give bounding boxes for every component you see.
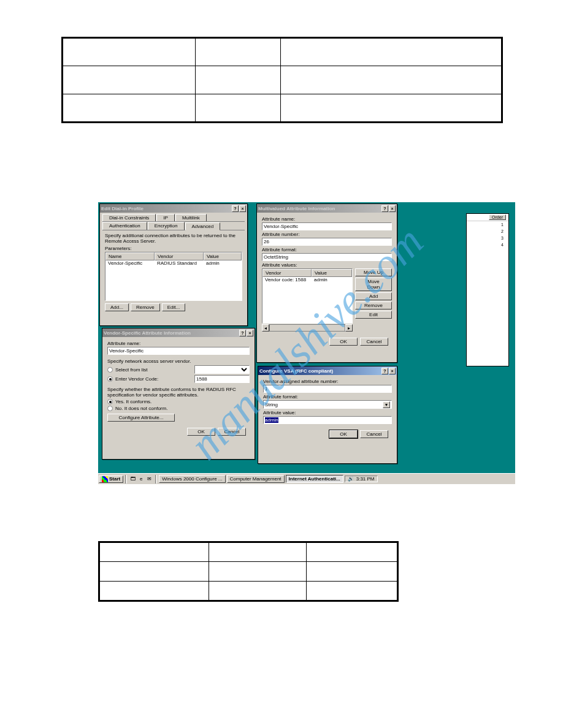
attr-format-label: Attribute format:: [262, 247, 392, 252]
vendor-assigned-number-input[interactable]: [263, 385, 392, 393]
vendor-list-select[interactable]: [194, 365, 250, 374]
titlebar[interactable]: Vendor-Specific Attribute Information ? …: [102, 328, 255, 337]
edit-button[interactable]: Edit: [355, 311, 392, 319]
ie-icon[interactable]: e: [137, 476, 145, 483]
conform-label: Specify whether the attribute conforms t…: [107, 387, 250, 398]
attribute-format-select[interactable]: String ▾: [263, 400, 392, 409]
outlook-icon[interactable]: ✉: [145, 476, 153, 483]
col-name[interactable]: Name: [105, 252, 155, 260]
attr-name-field: [262, 222, 392, 230]
tab-dialin-constraints[interactable]: Dial-in Constraints: [102, 214, 156, 221]
order-value: 4: [472, 241, 504, 248]
tab-ip[interactable]: IP: [156, 214, 175, 221]
parameters-label: Parameters:: [105, 246, 242, 251]
table-upper: [61, 37, 503, 123]
attr-number-label: Attribute number:: [262, 232, 392, 237]
remove-button[interactable]: Remove: [355, 301, 392, 309]
table-row[interactable]: Vendor-Specific RADIUS Standard admin: [105, 260, 242, 266]
col-value[interactable]: Value: [204, 252, 242, 260]
tab-advanced[interactable]: Advanced: [185, 222, 221, 230]
attr-number-field: [262, 238, 392, 246]
ok-button[interactable]: OK: [187, 428, 215, 436]
vendor-code-input[interactable]: [194, 375, 250, 383]
chevron-down-icon[interactable]: ▾: [383, 401, 390, 408]
help-icon[interactable]: ?: [232, 205, 239, 212]
titlebar[interactable]: Edit Dial-in Profile ? ×: [100, 204, 247, 213]
help-icon[interactable]: ?: [381, 205, 388, 212]
radio-enter-vendor-code[interactable]: Enter Vendor Code:: [107, 375, 250, 383]
help-icon[interactable]: ?: [381, 368, 388, 374]
tabs-row1: Dial-in Constraints IP Multilink: [102, 214, 245, 222]
add-button[interactable]: Add...: [105, 303, 129, 311]
radio-select-from-list[interactable]: Select from list: [107, 365, 250, 374]
table-lower: [98, 541, 399, 602]
window-title: Edit Dial-in Profile: [101, 206, 144, 211]
task-button[interactable]: Windows 2000 Configure ...: [159, 475, 225, 483]
titlebar[interactable]: Multivalued Attribute Information ? ×: [257, 204, 397, 213]
task-button[interactable]: Computer Management: [227, 475, 285, 483]
col-vendor[interactable]: Vendor: [155, 252, 204, 260]
close-icon[interactable]: ×: [389, 368, 396, 374]
col-vendor[interactable]: Vendor: [262, 269, 312, 277]
taskbar: Start 🗔 e ✉ Windows 2000 Configure ... C…: [98, 473, 515, 484]
quick-launch: 🗔 e ✉: [128, 476, 154, 483]
help-icon[interactable]: ?: [239, 330, 246, 336]
move-down-button[interactable]: Move Down: [355, 278, 392, 291]
attr-values-label: Attribute values:: [262, 262, 392, 268]
radio-icon: [107, 367, 113, 373]
attr-format-field: [262, 253, 392, 261]
close-icon[interactable]: ×: [389, 205, 396, 212]
attribute-format-label: Attribute format:: [263, 394, 392, 400]
radio-icon: [107, 376, 113, 382]
scroll-right-icon[interactable]: ▸: [345, 324, 353, 332]
scroll-left-icon[interactable]: ◂: [262, 324, 269, 332]
show-desktop-icon[interactable]: 🗔: [129, 476, 137, 483]
add-button[interactable]: Add: [355, 292, 392, 300]
window-title: Configure VSA (RFC compliant): [259, 368, 333, 374]
edit-button[interactable]: Edit...: [162, 303, 185, 311]
task-button-active[interactable]: Internet Authenticati...: [286, 475, 343, 483]
cancel-button[interactable]: Cancel: [360, 430, 388, 438]
attribute-value-label: Attribute value:: [263, 410, 392, 415]
order-value: 1: [472, 221, 504, 228]
radio-icon: [107, 399, 113, 404]
multivalued-attribute-window: Multivalued Attribute Information ? × At…: [256, 203, 397, 363]
windows-logo-icon: [102, 476, 108, 482]
vendor-assigned-number-label: Vendor-assigned attribute number:: [263, 379, 392, 384]
configure-attribute-button[interactable]: Configure Attribute...: [107, 414, 175, 422]
radio-conforms-yes[interactable]: Yes. It conforms.: [107, 399, 250, 404]
ok-button[interactable]: OK: [329, 430, 358, 438]
vendor-specific-window: Vendor-Specific Attribute Information ? …: [102, 328, 255, 460]
attr-name-field: [107, 347, 250, 355]
table-row[interactable]: Vendor code: 1588 admin: [262, 277, 352, 282]
attr-name-label: Attribute name:: [262, 216, 392, 222]
instructions-text: Specify additional connection attributes…: [105, 233, 242, 244]
tab-authentication[interactable]: Authentication: [102, 222, 147, 230]
tab-encryption[interactable]: Encryption: [148, 222, 185, 230]
attribute-values-list[interactable]: Vendor Value Vendor code: 1588 admin: [262, 268, 353, 324]
radio-icon: [107, 406, 113, 411]
system-tray: 🔊 3:31 PM: [345, 476, 378, 482]
ok-button[interactable]: OK: [329, 338, 358, 346]
remove-button[interactable]: Remove: [131, 303, 160, 311]
start-button[interactable]: Start: [99, 476, 123, 483]
radio-conforms-no[interactable]: No. It does not conform.: [107, 406, 250, 411]
col-value[interactable]: Value: [312, 269, 352, 277]
screenshot-desktop: Order 1 2 3 4 Edit Dial-in Profile ? × D…: [98, 202, 515, 484]
move-up-button[interactable]: Move Up: [355, 268, 392, 276]
nas-vendor-label: Specify network access server vendor.: [107, 358, 250, 364]
attribute-value-input[interactable]: admin: [263, 416, 392, 424]
titlebar[interactable]: Configure VSA (RFC compliant) ? ×: [258, 366, 397, 375]
tray-icon[interactable]: 🔊: [348, 476, 354, 482]
cancel-button[interactable]: Cancel: [360, 338, 388, 346]
order-value: 2: [472, 228, 504, 235]
col-order[interactable]: Order: [489, 214, 506, 220]
configure-vsa-window: Configure VSA (RFC compliant) ? × Vendor…: [258, 366, 397, 464]
close-icon[interactable]: ×: [247, 330, 253, 336]
cancel-button[interactable]: Cancel: [218, 428, 246, 436]
order-value: 3: [472, 235, 504, 241]
close-icon[interactable]: ×: [239, 205, 246, 212]
clock: 3:31 PM: [356, 476, 375, 482]
tab-multilink[interactable]: Multilink: [175, 214, 207, 221]
parameters-list[interactable]: Name Vendor Value Vendor-Specific RADIUS…: [105, 252, 242, 301]
